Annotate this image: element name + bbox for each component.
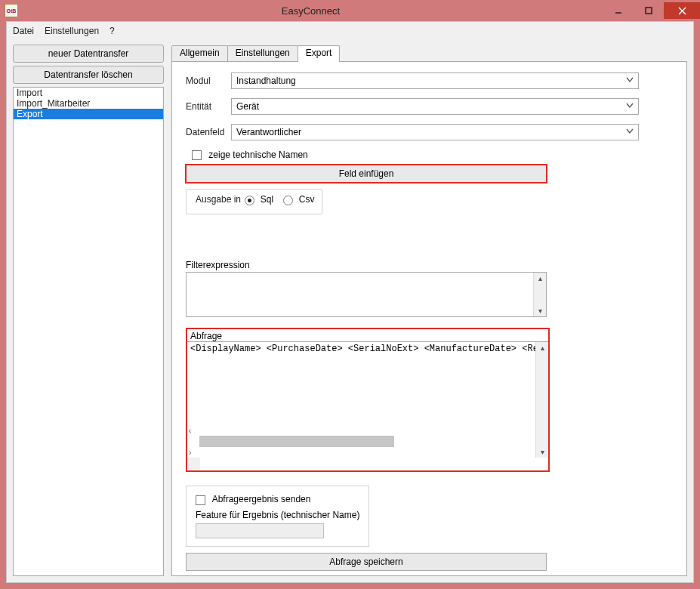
feature-input[interactable] [196, 523, 324, 538]
output-sql-radio[interactable] [245, 196, 254, 205]
scroll-down-icon[interactable]: ▾ [537, 305, 544, 316]
minimize-button[interactable] [603, 2, 634, 19]
output-csv-label: Csv [299, 194, 315, 205]
result-box: Abfrageergebnis senden Feature für Ergeb… [186, 486, 369, 546]
show-tech-names-label: zeige technische Namen [208, 150, 307, 160]
entitaet-select[interactable]: Gerät [231, 98, 639, 115]
insert-field-button[interactable]: Feld einfügen [186, 165, 547, 183]
output-fieldset: Ausgabe in Sql Csv [186, 189, 322, 214]
maximize-button[interactable] [634, 2, 664, 19]
abfrage-label: Abfrage [187, 329, 548, 341]
menu-einstellungen[interactable]: Einstellungen [45, 26, 99, 36]
list-item[interactable]: Import_Mitarbeiter [14, 98, 163, 109]
show-tech-names-checkbox[interactable] [192, 150, 202, 160]
tab-export[interactable]: Export [298, 45, 341, 62]
chevron-down-icon [626, 128, 634, 135]
filter-scrollbar-v[interactable]: ▴ ▾ [533, 273, 546, 316]
entitaet-value: Gerät [236, 101, 259, 112]
menu-datei[interactable]: Datei [13, 26, 34, 36]
datenfeld-value: Verantwortlicher [236, 127, 301, 137]
list-item[interactable]: Export [14, 109, 163, 119]
filter-textarea[interactable]: ▴ ▾ [186, 272, 547, 317]
filter-label: Filterexpression [186, 260, 673, 270]
app-window: GtB EasyConnect Datei Einstellungen ? ne… [0, 0, 700, 589]
tab-allgemein[interactable]: Allgemein [171, 45, 228, 62]
datenfeld-select[interactable]: Verantwortlicher [231, 124, 639, 140]
modul-select[interactable]: Instandhaltung [231, 72, 639, 89]
close-button[interactable] [664, 2, 700, 19]
scroll-down-icon[interactable]: ▾ [539, 446, 546, 458]
datenfeld-label: Datenfeld [186, 127, 231, 137]
output-sql-label: Sql [261, 194, 273, 205]
modul-label: Modul [186, 76, 231, 86]
chevron-down-icon [626, 76, 634, 84]
output-csv-radio[interactable] [283, 196, 293, 205]
menu-bar: Datei Einstellungen ? [7, 22, 693, 40]
output-legend: Ausgabe in [194, 194, 242, 205]
abfrage-section: Abfrage <DisplayName> <PurchaseDate> <Se… [186, 328, 550, 472]
send-result-checkbox[interactable] [196, 495, 205, 505]
chevron-down-icon [626, 102, 634, 109]
title-bar: GtB EasyConnect [0, 0, 700, 21]
scroll-up-icon[interactable]: ▴ [539, 342, 546, 353]
send-result-label: Abfrageergebnis senden [212, 494, 311, 504]
tab-panel-export: Modul Instandhaltung Entität Gerät [171, 61, 687, 576]
delete-transfer-button[interactable]: Datentransfer löschen [13, 66, 164, 84]
filter-value[interactable] [187, 273, 546, 316]
modul-value: Instandhaltung [236, 76, 296, 86]
scroll-left-icon[interactable]: ‹ [187, 425, 193, 436]
window-title: EasyConnect [18, 5, 603, 17]
scroll-thumb[interactable] [199, 436, 394, 447]
entitaet-label: Entität [186, 101, 231, 112]
svg-rect-1 [646, 8, 652, 14]
abfrage-scrollbar-h[interactable]: ‹ › [187, 425, 548, 470]
feature-label: Feature für Ergebnis (technischer Name) [196, 510, 359, 520]
app-icon: GtB [5, 4, 18, 17]
list-item[interactable]: Import [14, 88, 163, 98]
scroll-up-icon[interactable]: ▴ [537, 273, 544, 284]
menu-help[interactable]: ? [109, 26, 115, 36]
scroll-right-icon[interactable]: › [187, 447, 193, 458]
tab-strip: Allgemein Einstellungen Export [171, 45, 687, 61]
save-query-button[interactable]: Abfrage speichern [186, 553, 547, 571]
tab-einstellungen[interactable]: Einstellungen [227, 45, 298, 62]
client-area: Datei Einstellungen ? neuer Datentransfe… [6, 21, 694, 583]
transfer-list[interactable]: Import Import_Mitarbeiter Export [13, 87, 164, 576]
new-transfer-button[interactable]: neuer Datentransfer [13, 45, 164, 63]
abfrage-scrollbar-v[interactable]: ▴ ▾ [535, 342, 548, 458]
abfrage-textarea[interactable]: <DisplayName> <PurchaseDate> <SerialNoEx… [187, 342, 548, 425]
